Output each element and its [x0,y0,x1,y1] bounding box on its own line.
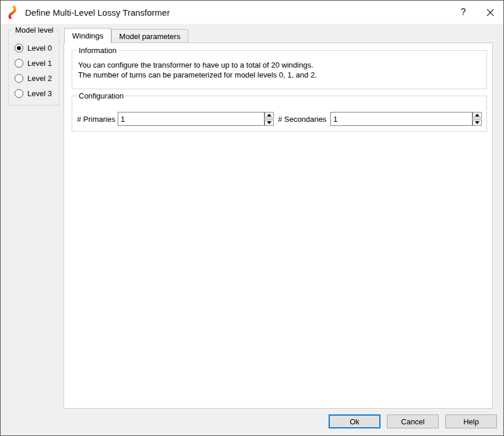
secondaries-input[interactable] [330,112,473,126]
radio-label: Level 2 [27,74,52,83]
radio-label: Level 0 [27,44,52,52]
title-bar: Define Multi-Level Lossy Transformer ? [1,1,503,24]
ok-button[interactable]: Ok [329,414,380,428]
radio-level-2[interactable]: Level 2 [15,73,52,83]
close-icon [487,9,494,16]
tab-windings[interactable]: Windings [64,28,111,43]
radio-label: Level 1 [27,59,52,68]
help-titlebar-button[interactable]: ? [450,1,477,24]
information-group: Information You can configure the transf… [72,50,487,89]
up-arrow-icon [475,114,480,117]
primaries-spin-down-button[interactable] [265,119,274,126]
close-button[interactable] [477,1,503,24]
window-title: Define Multi-Level Lossy Transformer [25,8,170,17]
configuration-group: Configuration # Primaries # Secondaries [72,96,487,132]
transformer-dialog: Define Multi-Level Lossy Transformer ? M… [0,0,504,436]
model-level-group: Model level Level 0 Level 1 Level 2 Leve… [8,30,59,106]
app-logo-icon [8,5,19,19]
secondaries-spin-up-button[interactable] [473,112,482,118]
radio-circle-icon [15,44,23,52]
information-line-1: You can configure the transformer to hav… [78,60,317,70]
radio-circle-icon [15,59,23,68]
radio-circle-icon [15,74,23,83]
primaries-label: # Primaries [77,115,115,124]
information-legend: Information [77,46,118,55]
information-line-2: The number of turns can be parameterized… [78,70,317,80]
radio-level-3[interactable]: Level 3 [15,88,52,99]
secondaries-label: # Secondaries [278,115,326,124]
secondaries-spinner [473,112,482,126]
up-arrow-icon [267,114,272,117]
down-arrow-icon [267,121,272,124]
help-button[interactable]: Help [445,414,497,428]
tab-model-parameters[interactable]: Model parameters [111,29,188,43]
radio-level-1[interactable]: Level 1 [15,58,52,68]
configuration-legend: Configuration [77,92,125,100]
radio-circle-icon [15,89,23,98]
cancel-button[interactable]: Cancel [387,414,439,428]
radio-level-0[interactable]: Level 0 [15,43,52,53]
information-text: You can configure the transformer to hav… [78,60,317,80]
secondaries-spin-down-button[interactable] [473,119,482,126]
primaries-input[interactable] [118,112,265,126]
model-level-legend: Model level [13,26,55,34]
primaries-spinner [265,112,274,126]
radio-label: Level 3 [27,89,52,98]
primaries-spin-up-button[interactable] [265,112,274,118]
down-arrow-icon [475,121,480,124]
